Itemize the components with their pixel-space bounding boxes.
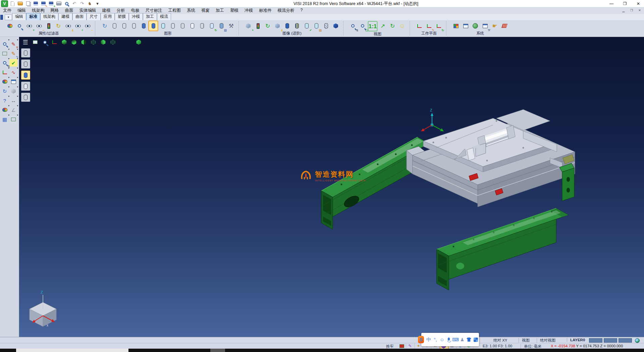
display-shaded-icon[interactable] xyxy=(21,71,30,80)
image-filter-icon[interactable] xyxy=(254,21,262,31)
plane-icon[interactable] xyxy=(9,116,17,123)
status-view-mode[interactable]: 绝对 XY xyxy=(490,338,507,343)
display-wireframe-icon[interactable] xyxy=(21,48,30,57)
close-button[interactable]: ✕ xyxy=(636,1,641,6)
status-swatch-3[interactable] xyxy=(619,338,632,343)
save-as-icon[interactable]: ✎ xyxy=(40,1,47,7)
grid-window-icon[interactable] xyxy=(9,78,17,85)
outline-cylinder-icon[interactable] xyxy=(168,21,177,31)
solid-cube-icon[interactable] xyxy=(9,87,17,95)
restore-button[interactable]: ❐ xyxy=(623,1,627,6)
hatched-cylinder-icon[interactable] xyxy=(178,21,187,31)
toggle-visibility-icon[interactable]: ± xyxy=(64,21,72,31)
back-view-icon[interactable] xyxy=(109,38,117,46)
tab-建模[interactable]: 建模 xyxy=(58,13,72,20)
status-book-icon[interactable] xyxy=(398,343,406,349)
save-all-icon[interactable]: + xyxy=(48,1,54,7)
redo-icon[interactable]: ↷ xyxy=(79,1,85,7)
status-absolute-view[interactable]: 绝对视图 xyxy=(537,338,555,343)
zoom-in-out-icon[interactable]: ± xyxy=(348,21,357,31)
left-view-icon[interactable] xyxy=(99,38,107,46)
selection-filter-icon[interactable] xyxy=(1,40,9,48)
status-view[interactable]: 视图 xyxy=(519,338,530,343)
tab-冲模[interactable]: 冲模 xyxy=(129,13,143,20)
move-axes-icon[interactable] xyxy=(1,69,9,76)
copy-graphics-icon[interactable]: ▤ xyxy=(217,21,226,31)
wireframe-cylinder-icon[interactable] xyxy=(110,21,119,31)
menu-加工[interactable]: 加工 xyxy=(213,7,227,14)
hatch-icon[interactable]: ▦ xyxy=(1,116,9,123)
pan-view-icon[interactable]: ↗ xyxy=(378,21,387,31)
visibility-filter-icon[interactable] xyxy=(44,21,53,31)
render-settings-icon[interactable] xyxy=(1,106,9,114)
status-swatch-1[interactable] xyxy=(589,338,602,343)
workplane-icon[interactable] xyxy=(415,21,424,31)
zoom-dynamic-icon[interactable]: ± xyxy=(1,59,9,67)
regenerate-icon[interactable]: ↻ xyxy=(1,87,9,95)
iso-view-icon[interactable] xyxy=(60,38,68,46)
tab-曲面[interactable]: 曲面 xyxy=(72,13,87,20)
windows-taskbar[interactable] xyxy=(0,349,644,352)
refresh-graphics-icon[interactable]: ↻ xyxy=(100,21,109,31)
confirm-icon[interactable]: ✔ xyxy=(9,59,17,67)
tab-overflow-button[interactable]: ▾ xyxy=(5,14,12,20)
ime-keyboard-icon[interactable]: ⌨ xyxy=(452,336,459,343)
graphics-settings-icon[interactable]: ⚒ xyxy=(227,21,235,31)
hidden-line-cylinder-icon[interactable] xyxy=(120,21,128,31)
undo-icon[interactable]: ↶ xyxy=(71,1,77,7)
menu-模流分析[interactable]: 模流分析 xyxy=(275,7,298,14)
image-toggle-icon[interactable]: ± xyxy=(273,21,282,31)
print-icon[interactable] xyxy=(56,1,62,7)
change-attributes-icon[interactable] xyxy=(5,21,14,31)
layers-palette-icon[interactable] xyxy=(1,78,9,85)
menu-标准件[interactable]: 标准件 xyxy=(256,7,275,14)
shaded-view-icon[interactable] xyxy=(135,38,143,46)
tab-线架构[interactable]: 线架构 xyxy=(40,13,58,20)
tab-模流[interactable]: 模流 xyxy=(157,13,171,20)
grid-settings-icon[interactable] xyxy=(500,21,509,31)
save-icon[interactable] xyxy=(33,1,39,7)
display-shaded-edges-icon[interactable] xyxy=(21,82,30,91)
angle-icon[interactable]: ∠ xyxy=(9,106,17,114)
system-window-icon[interactable] xyxy=(461,21,470,31)
measure-icon[interactable]: ↔ xyxy=(9,97,17,104)
ime-lang-icon[interactable]: 中 xyxy=(426,336,432,343)
axonometric-view-icon[interactable] xyxy=(50,38,59,46)
spline-edit-icon[interactable]: ✎∿ xyxy=(9,50,17,57)
menu-冲模[interactable]: 冲模 xyxy=(241,7,256,14)
new-file-icon[interactable] xyxy=(9,1,16,7)
dashed-hidden-cylinder-icon[interactable] xyxy=(129,21,138,31)
ime-punct-icon[interactable]: °, xyxy=(432,336,438,343)
menu-?[interactable]: ? xyxy=(298,7,306,14)
open-recent-icon[interactable] xyxy=(25,1,31,7)
status-lock-label[interactable]: 拴牢 xyxy=(383,344,394,349)
add-image-icon[interactable]: + xyxy=(244,21,253,31)
window-select-icon[interactable] xyxy=(1,50,9,57)
hatch-cylinder-icon[interactable] xyxy=(322,21,330,31)
workplane-edit-icon[interactable]: ✎ xyxy=(425,21,433,31)
tab-编辑[interactable]: 编辑 xyxy=(12,13,26,20)
show-all-icon[interactable]: + xyxy=(73,21,82,31)
tab-塑膜[interactable]: 塑膜 xyxy=(115,13,129,20)
menu-塑模[interactable]: 塑模 xyxy=(227,7,241,14)
mdi-minimize-button[interactable]: ▁ xyxy=(621,8,626,13)
show-elements-icon[interactable]: + xyxy=(25,21,34,31)
display-transparent-icon[interactable] xyxy=(21,93,30,102)
right-view-icon[interactable] xyxy=(79,38,88,46)
tab-尺寸[interactable]: 尺寸 xyxy=(87,13,101,20)
view-orientation-icon[interactable]: ☺ xyxy=(398,21,407,31)
rotate-entity-icon[interactable]: ∿ xyxy=(9,69,17,76)
taskbar-app-segment[interactable] xyxy=(16,349,128,352)
select-options-icon[interactable]: ☛ xyxy=(490,21,499,31)
refresh-image-icon[interactable]: ↻ xyxy=(263,21,272,31)
mdi-close-button[interactable]: ✕ xyxy=(637,8,642,13)
tab-加工[interactable]: 加工 xyxy=(143,13,157,20)
delete-sketch-icon[interactable]: ✎✕ xyxy=(9,40,17,48)
help-icon[interactable]: ? xyxy=(1,97,9,104)
menu-系统[interactable]: 系统 xyxy=(184,7,198,14)
zoom-1-1-icon[interactable]: 1:1 xyxy=(368,21,377,31)
wire-view-icon[interactable] xyxy=(89,38,98,46)
color-palette-icon[interactable] xyxy=(451,21,460,31)
status-layer[interactable]: LAYER0 xyxy=(567,338,585,342)
ime-toolbox-icon[interactable] xyxy=(473,336,479,343)
